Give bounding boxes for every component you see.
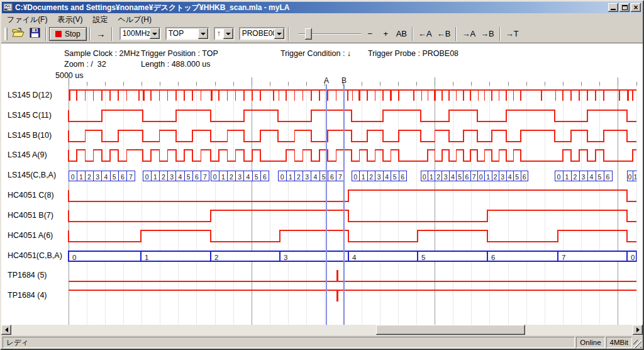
svg-text:0: 0 [72,254,76,261]
svg-text:5: 5 [421,254,425,261]
move-b-left-button[interactable]: ←B [435,26,453,42]
chevron-down-icon[interactable] [150,28,160,39]
horizontal-scrollbar[interactable] [1,325,643,336]
waveform-channel-3 [69,150,636,161]
svg-text:1: 1 [634,173,638,181]
scrollbar-thumb[interactable] [376,325,525,335]
status-ready: レディ [3,337,575,348]
waveform-channel-0 [69,90,636,101]
svg-text:3: 3 [170,173,174,181]
svg-text:0: 0 [423,173,426,181]
zoom-slider-thumb[interactable] [305,28,312,40]
goto-trigger-button[interactable]: →T [503,26,521,42]
stop-button[interactable]: Stop [49,27,87,41]
cursor-a[interactable]: A [324,76,329,325]
svg-text:6: 6 [401,173,404,181]
svg-text:3: 3 [444,173,448,181]
cursor-b[interactable]: B [341,76,347,325]
svg-text:2: 2 [214,254,218,261]
menu-settings[interactable]: 設定 [87,13,113,26]
open-button[interactable] [9,26,27,42]
sample-clock-value: 100MHz [121,28,150,39]
menu-view[interactable]: 表示(V) [52,13,87,26]
trigger-position-select[interactable]: TOP [165,27,209,40]
svg-text:1: 1 [79,173,83,181]
chevron-down-icon[interactable] [274,28,284,39]
svg-text:1: 1 [362,173,365,181]
svg-text:0: 0 [145,173,149,181]
svg-text:4: 4 [451,173,455,181]
close-button[interactable]: × [631,3,641,12]
svg-text:6: 6 [491,254,495,261]
scroll-left-button[interactable] [1,325,11,335]
svg-text:0: 0 [353,173,357,181]
move-a-left-button[interactable]: ←A [416,26,435,42]
arrow-right-icon [636,327,642,332]
app-window: C:¥Documents and Settings¥noname¥デスクトップ¥… [0,0,644,350]
svg-text:7: 7 [338,173,342,181]
toolbar-separator [288,27,289,41]
waveform-channel-6 [69,210,636,222]
waveform-channel-2 [69,130,636,142]
maximize-icon [622,5,628,10]
zoom-slider[interactable] [297,27,362,41]
zoom-out-button[interactable]: − [362,26,378,42]
stop-label: Stop [65,30,80,38]
cursor-b-label: B [341,76,347,85]
svg-text:2: 2 [494,173,497,181]
svg-text:4: 4 [104,173,108,181]
run-button[interactable]: → [93,26,109,42]
svg-text:4: 4 [385,173,389,181]
scroll-right-button[interactable] [633,325,643,335]
svg-text:3: 3 [582,173,586,181]
trigger-probe-select[interactable]: PROBE00 [239,27,286,40]
waveform-channel-10 [69,290,636,302]
svg-text:6: 6 [195,173,199,181]
toolbar-separator [89,27,91,41]
svg-text:1: 1 [145,254,148,261]
svg-text:7: 7 [129,173,133,181]
toolbar-grip[interactable] [4,28,8,40]
cursor-ab-button[interactable]: AB [394,26,409,42]
svg-text:5: 5 [598,173,602,181]
svg-text:0: 0 [479,173,483,181]
menu-file[interactable]: ファイル(F) [2,13,52,26]
chevron-down-icon[interactable] [223,28,233,39]
status-memory: 4MBit [606,337,632,348]
waveform-channel-9 [69,270,636,281]
svg-text:6: 6 [330,173,334,181]
status-online: Online [576,337,604,348]
menu-bar: ファイル(F) 表示(V) 設定 ヘルプ(H) [1,14,643,25]
svg-text:0: 0 [557,173,561,181]
svg-text:5: 5 [393,173,397,181]
svg-text:4: 4 [590,173,594,181]
waveform-channel-4: 0123456701234567012345601234567012345601… [69,171,638,181]
svg-text:1: 1 [486,173,490,181]
minimize-button[interactable] [608,3,618,12]
svg-text:7: 7 [562,254,565,261]
svg-text:1: 1 [289,173,292,181]
resize-grip[interactable] [633,340,641,348]
chevron-down-icon[interactable] [198,28,208,39]
svg-text:3: 3 [96,173,99,181]
svg-text:4: 4 [178,173,182,181]
svg-text:7: 7 [472,173,476,181]
svg-text:2: 2 [87,173,91,181]
svg-text:2: 2 [230,173,233,181]
waveform-canvas: 0123456701234567012345601234567012345601… [1,43,643,325]
move-b-right-button[interactable]: →B [478,26,497,42]
maximize-button[interactable] [619,3,630,12]
svg-text:2: 2 [369,173,373,181]
trigger-edge-value: ↑ [215,28,223,39]
zoom-in-button[interactable]: + [378,26,394,42]
svg-text:6: 6 [465,173,469,181]
svg-text:5: 5 [187,173,191,181]
sample-clock-select[interactable]: 100MHz [119,27,161,40]
svg-text:1: 1 [221,173,225,181]
open-folder-icon [12,28,25,38]
trigger-edge-select[interactable]: ↑ [214,27,235,40]
move-a-right-button[interactable]: →A [459,26,478,42]
menu-help[interactable]: ヘルプ(H) [113,13,157,26]
svg-text:2: 2 [297,173,301,181]
save-button[interactable] [27,26,43,42]
